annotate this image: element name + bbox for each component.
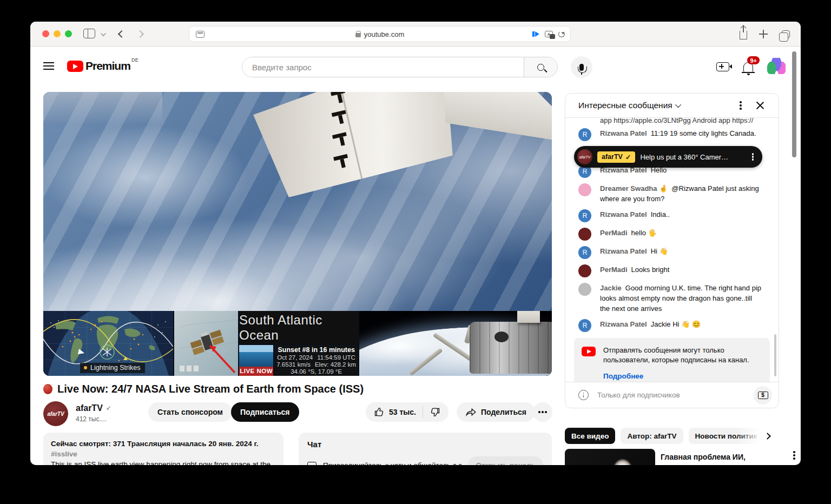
translate-icon[interactable]: A <box>545 31 553 37</box>
lightning-dot-icon <box>84 366 87 369</box>
earth-limb-view <box>358 311 552 376</box>
channel-avatar[interactable]: afarTV <box>43 401 68 426</box>
address-bar[interactable]: youtube.com A <box>189 26 571 42</box>
browser-share-icon[interactable] <box>740 31 747 39</box>
telemetry-speed: 7.6531 km/s <box>276 361 311 368</box>
iss-tracker-inset <box>173 311 238 376</box>
chat-message: R Rizwana PatelJackie Hi 👋 😊 <box>565 316 779 335</box>
video-title: Live Now: 24/7 NASA Live Stream of Earth… <box>43 383 546 395</box>
tab-overview-icon[interactable] <box>782 30 790 38</box>
logo-region: DE <box>131 57 139 63</box>
menu-icon[interactable] <box>43 62 54 70</box>
message-text: Good morning U.K. time. The right hand p… <box>600 284 761 313</box>
channel-name[interactable]: afarTV <box>76 403 103 413</box>
avatar <box>578 264 591 277</box>
search-button[interactable] <box>524 57 557 77</box>
thumbs-up-icon <box>374 407 385 417</box>
learn-more-link[interactable]: Подробнее <box>603 372 643 381</box>
message-text: India.. <box>651 210 670 218</box>
zoom-window-button[interactable] <box>65 30 72 37</box>
traffic-lights <box>42 30 72 37</box>
url-host: youtube.com <box>364 30 404 38</box>
subscribers-only-notice: Отправлять сообщения могут только пользо… <box>574 338 770 382</box>
avatar: R <box>578 319 591 332</box>
chat-message: R Rizwana PatelHi 👋 <box>565 243 779 262</box>
clipped-message: app https://apple.co/3LNtPgg Android app… <box>600 118 766 124</box>
pinned-message[interactable]: afarTV afarTV✓ Help us put a 360° Camer… <box>574 146 762 168</box>
chat-menu-button[interactable] <box>731 96 750 115</box>
new-tab-icon[interactable] <box>759 30 768 38</box>
close-window-button[interactable] <box>42 30 49 37</box>
kebab-icon <box>740 104 742 107</box>
hashtag[interactable]: #isslive <box>51 450 77 458</box>
search-bar <box>242 57 558 77</box>
voice-search-button[interactable] <box>571 56 592 78</box>
screenshot-stage: youtube.com A Premium DE <box>0 0 831 504</box>
more-actions-button[interactable] <box>533 402 552 422</box>
tracker-page-dots[interactable] <box>180 366 199 372</box>
structure-haze <box>43 92 162 124</box>
message-author: PerMadi <box>600 229 628 237</box>
superchat-button[interactable]: $ <box>754 386 772 404</box>
reload-icon[interactable] <box>558 31 565 37</box>
check-icon: ✓ <box>625 153 631 161</box>
share-arrow-icon <box>465 407 477 417</box>
sponsor-button[interactable]: Стать спонсором <box>148 402 232 422</box>
dislike-button[interactable] <box>423 402 449 422</box>
message-text: Jackie Hi 👋 😊 <box>651 320 701 328</box>
chip-all-videos[interactable]: Все видео <box>565 428 615 444</box>
chevron-right-icon <box>764 433 771 440</box>
chat-join-text: Присоединяйтесь к чату и общайтесь с а..… <box>323 461 461 465</box>
page-scrollbar[interactable] <box>792 51 796 157</box>
related-video-thumbnail[interactable] <box>565 449 655 465</box>
page-settings-icon[interactable] <box>196 31 205 38</box>
kebab-icon[interactable] <box>752 156 754 158</box>
minimize-window-button[interactable] <box>54 30 61 37</box>
related-video-title[interactable]: Главная проблема ИИ, <box>661 449 782 465</box>
subscribe-button[interactable]: Подписаться <box>231 402 299 422</box>
forward-button[interactable] <box>136 30 144 38</box>
youtube-header: Premium DE 9+ <box>30 47 801 87</box>
message-author: Rizwana Patel <box>600 129 647 137</box>
chevron-down-icon[interactable] <box>101 31 106 36</box>
notifications-button[interactable]: 9+ <box>743 60 753 72</box>
subscriber-count: 412 тыс.... <box>76 415 107 423</box>
chat-join-box: Чат Присоединяйтесь к чату и общайтесь с… <box>299 433 552 465</box>
message-author: PerMadi <box>600 266 628 274</box>
chat-message: JackieGood morning U.K. time. The right … <box>565 280 779 316</box>
chat-message: Dreamer Swadha 🤞@Rizwana Patel just aski… <box>565 181 779 207</box>
open-panel-button[interactable]: Открыть панель <box>468 456 543 465</box>
sidebar-toggle-icon[interactable] <box>83 29 95 38</box>
create-video-icon[interactable] <box>716 62 729 71</box>
share-button[interactable]: Поделиться <box>457 402 535 422</box>
mic-icon <box>579 64 584 71</box>
telemetry-box: Sunset #8 in 16 minutes Oct 27, 202411:5… <box>274 345 358 376</box>
verified-icon: ✓ <box>106 404 111 412</box>
message-text: Looks bright <box>631 266 670 274</box>
chat-scrollbar[interactable] <box>774 334 776 376</box>
chat-filter-dropdown[interactable]: Интересные сообщения <box>578 101 681 110</box>
chat-messages-list[interactable]: app https://apple.co/3LNtPgg Android app… <box>565 118 779 382</box>
related-video-item[interactable]: Главная проблема ИИ, <box>565 449 801 465</box>
related-video-menu[interactable] <box>788 449 801 465</box>
telemetry-elev: Elev: 428.2 km <box>315 361 356 368</box>
account-avatar[interactable] <box>767 58 786 74</box>
search-input[interactable] <box>242 57 524 77</box>
video-player[interactable]: Lightning Strikes <box>43 92 552 376</box>
avatar: R <box>578 246 591 259</box>
youtube-icon <box>582 347 596 356</box>
notification-badge: 9+ <box>747 56 760 64</box>
description-line: This is an ISS live earth view happening… <box>51 460 271 465</box>
description-box[interactable]: Сейчас смотрят: 371 Трансляция началась … <box>43 433 283 465</box>
chat-bubble-icon <box>307 462 316 466</box>
chip-from-author[interactable]: Автор: afarTV <box>621 428 683 444</box>
audio-playing-icon[interactable] <box>535 31 539 37</box>
chevron-down-icon <box>675 102 681 108</box>
youtube-premium-logo[interactable]: Premium DE <box>67 58 138 72</box>
chat-close-button[interactable] <box>750 96 770 115</box>
info-icon <box>578 390 589 400</box>
chips-next-button[interactable] <box>760 428 775 443</box>
back-button[interactable] <box>118 30 126 38</box>
like-button[interactable]: 53 тыс. <box>366 402 423 422</box>
chat-message: PerMadihello 🖐 <box>565 225 779 243</box>
